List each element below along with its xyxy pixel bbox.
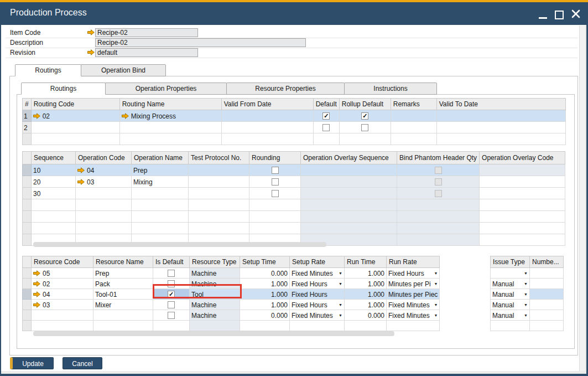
link-arrow-icon[interactable]: [87, 49, 95, 55]
column-header[interactable]: Sequence: [32, 152, 76, 164]
row-header[interactable]: [23, 300, 32, 310]
table-cell[interactable]: [480, 188, 565, 199]
checkbox-cell[interactable]: [339, 110, 391, 122]
table-cell[interactable]: [480, 164, 565, 176]
tab-routings-outer[interactable]: Routings: [15, 64, 81, 76]
table-cell[interactable]: Tool-01: [93, 289, 153, 300]
table-cell[interactable]: [32, 211, 76, 223]
link-arrow-icon[interactable]: [77, 179, 85, 185]
table-cell[interactable]: [76, 223, 132, 234]
table-cell[interactable]: [436, 110, 565, 122]
checkbox-unchecked[interactable]: [322, 124, 330, 131]
table-cell[interactable]: [189, 176, 249, 188]
column-header[interactable]: Run Time: [345, 256, 387, 268]
dropdown-arrow-icon[interactable]: ▼: [524, 313, 528, 317]
link-arrow-icon[interactable]: [33, 270, 40, 276]
dropdown-arrow-icon[interactable]: ▼: [434, 303, 438, 307]
table-cell[interactable]: Manual▼: [491, 279, 530, 289]
checkbox-checked[interactable]: [361, 112, 368, 120]
table-cell[interactable]: [119, 122, 221, 133]
table-cell[interactable]: Fixed Minutes▼: [290, 268, 345, 279]
checkbox-cell[interactable]: [397, 188, 480, 199]
table-cell[interactable]: [221, 110, 313, 122]
dropdown-arrow-icon[interactable]: ▼: [434, 282, 438, 286]
table-cell[interactable]: [530, 268, 564, 279]
column-header[interactable]: Resource Name: [93, 256, 153, 268]
link-arrow-icon[interactable]: [33, 281, 40, 287]
table-cell[interactable]: [530, 289, 564, 300]
resources-hscrollbar-thumb[interactable]: [33, 331, 394, 336]
table-cell[interactable]: 1.000: [240, 279, 290, 289]
row-header[interactable]: [23, 310, 32, 321]
table-cell[interactable]: [345, 321, 387, 331]
table-cell[interactable]: Minutes per Pi▼: [387, 279, 440, 289]
table-cell[interactable]: [221, 122, 313, 133]
table-cell[interactable]: 1.000: [240, 289, 290, 300]
dropdown-arrow-icon[interactable]: ▼: [339, 282, 342, 286]
link-cell[interactable]: Mixing Process: [119, 110, 221, 122]
dropdown-arrow-icon[interactable]: ▼: [524, 303, 528, 307]
table-cell[interactable]: [301, 223, 397, 234]
row-header[interactable]: 2: [23, 122, 32, 133]
row-header[interactable]: [23, 321, 32, 331]
table-cell[interactable]: [313, 133, 339, 145]
column-header[interactable]: Valid From Date: [221, 99, 313, 110]
tab-operation-bind[interactable]: Operation Bind: [81, 64, 166, 76]
tab-operation-properties[interactable]: Operation Properties: [105, 83, 227, 95]
column-header[interactable]: Operation Overlay Sequence: [301, 152, 397, 164]
table-cell[interactable]: Machine: [190, 268, 240, 279]
table-cell[interactable]: [436, 122, 565, 133]
operations-hscrollbar-thumb[interactable]: [33, 242, 326, 247]
tab-resource-properties[interactable]: Resource Properties: [226, 83, 345, 95]
dropdown-arrow-icon[interactable]: ▼: [524, 271, 528, 275]
table-cell[interactable]: [32, 199, 76, 211]
table-cell[interactable]: 30: [32, 188, 76, 199]
table-cell[interactable]: [301, 176, 397, 188]
column-header[interactable]: Setup Rate: [290, 256, 345, 268]
table-cell[interactable]: [530, 321, 564, 331]
row-header[interactable]: [23, 279, 32, 289]
table-cell[interactable]: [189, 164, 249, 176]
table-cell[interactable]: [76, 188, 132, 199]
table-cell[interactable]: Fixed Hours▼: [387, 268, 440, 279]
column-header[interactable]: Bind Phantom Header Qty: [397, 152, 480, 164]
table-cell[interactable]: Fixed Minutes▼: [290, 310, 345, 321]
row-header[interactable]: [23, 133, 32, 145]
table-cell[interactable]: [249, 199, 301, 211]
table-cell[interactable]: [249, 211, 301, 223]
row-header[interactable]: [23, 164, 32, 176]
table-cell[interactable]: [301, 211, 397, 223]
table-cell[interactable]: Machine: [190, 300, 240, 310]
table-cell[interactable]: [491, 321, 530, 331]
column-header[interactable]: Default: [313, 99, 339, 110]
table-cell[interactable]: [480, 234, 565, 246]
dropdown-arrow-icon[interactable]: ▼: [339, 303, 342, 307]
column-header[interactable]: Is Default: [153, 256, 190, 268]
dropdown-arrow-icon[interactable]: ▼: [434, 313, 438, 317]
table-cell[interactable]: [391, 110, 436, 122]
table-cell[interactable]: Fixed Hours▼: [290, 300, 345, 310]
checkbox-cell[interactable]: [153, 268, 190, 279]
table-cell[interactable]: 1.000: [345, 268, 387, 279]
link-cell[interactable]: 02: [32, 279, 93, 289]
tab-instructions[interactable]: Instructions: [344, 83, 437, 95]
table-cell[interactable]: [397, 199, 480, 211]
checkbox-cell[interactable]: [153, 310, 190, 321]
table-cell[interactable]: ▼: [491, 268, 530, 279]
checkbox-checked[interactable]: [322, 112, 330, 120]
checkbox-unchecked[interactable]: [272, 178, 279, 186]
table-cell[interactable]: [530, 279, 564, 289]
checkbox-cell[interactable]: [397, 176, 480, 188]
dropdown-arrow-icon[interactable]: ▼: [524, 292, 528, 296]
table-cell[interactable]: [132, 188, 189, 199]
column-header[interactable]: Operation Overlay Code: [480, 152, 565, 164]
checkbox-cell[interactable]: [249, 188, 301, 199]
table-cell[interactable]: Fixed Minutes▼: [387, 310, 440, 321]
revision-field[interactable]: default: [95, 48, 198, 57]
link-cell[interactable]: 05: [32, 268, 93, 279]
table-cell[interactable]: Fixed Hours▼: [290, 279, 345, 289]
column-header[interactable]: Rounding: [249, 152, 301, 164]
column-header[interactable]: Issue Type: [491, 256, 530, 268]
checkbox-unchecked[interactable]: [168, 280, 175, 287]
checkbox-cell[interactable]: [339, 122, 391, 133]
